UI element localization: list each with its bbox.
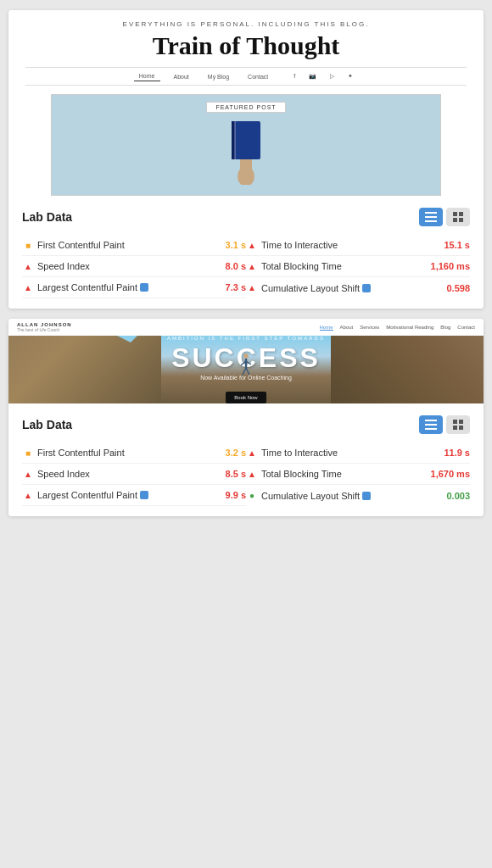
metric-icon-lcp: ▲ — [22, 283, 34, 292]
site1-lab-data: Lab Data — [8, 196, 484, 309]
metric-tti: ▲ Time to Interactive 15.1 s — [246, 235, 470, 256]
metric-lcp: ▲ Largest Contentful Paint 7.3 s — [22, 277, 246, 298]
metrics-grid-2: ■ First Contentful Paint 3.2 s ▲ Time to… — [22, 442, 470, 506]
metric-label-cls: Cumulative Layout Shift — [261, 283, 443, 293]
metric-value-cls: 0.598 — [446, 283, 470, 293]
svg-rect-3 — [232, 121, 235, 159]
metric-tbt: ▲ Total Blocking Time 1,160 ms — [246, 256, 470, 277]
metric2-icon-tti: ▲ — [246, 448, 258, 458]
metric-label-tti: Time to Interactive — [261, 240, 440, 250]
nav2-reading[interactable]: Motivational Reading — [386, 325, 433, 331]
metric2-value-si: 8.5 s — [226, 469, 246, 479]
metric2-value-cls: 0.003 — [446, 491, 470, 501]
metric-label-fcp: First Contentful Paint — [37, 240, 222, 250]
svg-rect-21 — [453, 420, 457, 424]
nav2-home[interactable]: Home — [320, 325, 333, 331]
cliff-right — [331, 336, 484, 403]
svg-rect-10 — [453, 218, 457, 222]
social-pin[interactable]: ✦ — [343, 71, 358, 81]
grid-icon-2 — [453, 420, 463, 430]
metric2-label-tbt: Total Blocking Time — [261, 469, 428, 479]
metric-fcp: ■ First Contentful Paint 3.1 s — [22, 235, 246, 256]
grid-view-btn-2[interactable] — [446, 415, 470, 434]
metric-value-si: 8.0 s — [226, 261, 246, 271]
grid-view-btn[interactable] — [446, 208, 470, 226]
cls2-info-icon — [362, 492, 371, 500]
nav2-about[interactable]: About — [340, 325, 354, 331]
lab-data-header: Lab Data — [22, 208, 470, 226]
svg-rect-20 — [425, 428, 437, 430]
social-links: f 📷 ▷ ✦ — [288, 71, 358, 81]
nav-myblog[interactable]: My Blog — [203, 72, 234, 81]
featured-post-label: FEATURED POST — [206, 102, 285, 113]
site1-nav: Home About My Blog Contact f 📷 ▷ ✦ — [25, 67, 467, 86]
metric2-label-si: Speed Index — [37, 469, 222, 479]
cliff-left — [8, 336, 161, 403]
nav-contact[interactable]: Contact — [243, 72, 273, 81]
metric2-cls: ● Cumulative Layout Shift 0.003 — [246, 485, 470, 506]
site1-title: Train of Thought — [25, 31, 467, 60]
nav-about[interactable]: About — [169, 72, 194, 81]
nav-home[interactable]: Home — [134, 71, 160, 81]
svg-rect-5 — [425, 212, 437, 214]
site1-preview: EVERYTHING IS PERSONAL. INCLUDING THIS B… — [8, 10, 484, 196]
svg-rect-7 — [425, 220, 437, 222]
svg-rect-18 — [425, 420, 437, 421]
metric2-icon-tbt: ▲ — [246, 470, 258, 479]
metric2-lcp: ▲ Largest Contentful Paint 9.9 s — [22, 485, 246, 506]
site1-featured-image: FEATURED POST — [51, 94, 441, 196]
svg-rect-6 — [425, 216, 437, 218]
book-hand-illustration — [216, 113, 276, 185]
metric-si: ▲ Speed Index 8.0 s — [22, 256, 246, 277]
lab-data-title-2: Lab Data — [22, 418, 72, 431]
metric-cls: ▲ Cumulative Layout Shift 0.598 — [246, 277, 470, 298]
lab-data-view-toggle-2[interactable] — [419, 415, 470, 434]
metric-icon-si: ▲ — [22, 262, 34, 271]
hero-subtitle: AMBITION IS THE FIRST STEP TOWARDS — [167, 336, 325, 341]
metric-label-tbt: Total Blocking Time — [261, 261, 428, 271]
site2-nav-bar: ALLAN JOHNSON The best of Life Coach Hom… — [8, 319, 484, 336]
metric2-value-lcp: 9.9 s — [226, 490, 246, 500]
svg-rect-11 — [459, 218, 463, 222]
site2-nav-links: Home About Services Motivational Reading… — [320, 325, 475, 331]
nav2-services[interactable]: Services — [360, 325, 379, 331]
lab-data-title: Lab Data — [22, 210, 72, 224]
nav2-blog[interactable]: Blog — [440, 325, 450, 331]
metric-icon-tti: ▲ — [246, 241, 258, 250]
metric2-icon-lcp: ▲ — [22, 491, 34, 500]
lab-data-view-toggle[interactable] — [419, 208, 470, 226]
metric2-icon-fcp: ■ — [22, 448, 34, 458]
svg-rect-8 — [453, 212, 457, 216]
svg-rect-24 — [459, 426, 463, 430]
social-tw[interactable]: ▷ — [325, 71, 339, 81]
svg-line-17 — [246, 368, 249, 375]
social-ig[interactable]: 📷 — [304, 71, 321, 81]
metric2-tbt: ▲ Total Blocking Time 1,670 ms — [246, 464, 470, 485]
site2-card: ALLAN JOHNSON The best of Life Coach Hom… — [8, 319, 484, 516]
lcp2-info-icon — [140, 491, 148, 499]
metric2-tti: ▲ Time to Interactive 11.9 s — [246, 442, 470, 464]
list-view-btn[interactable] — [419, 208, 443, 226]
brand-tagline: The best of Life Coach — [17, 327, 72, 332]
metric2-value-fcp: 3.2 s — [226, 448, 246, 458]
site1-tagline: EVERYTHING IS PERSONAL. INCLUDING THIS B… — [25, 20, 467, 28]
metrics-grid: ■ First Contentful Paint 3.1 s ▲ Time to… — [22, 235, 470, 298]
metric-icon-tbt: ▲ — [246, 262, 258, 271]
lab-data-header-2: Lab Data — [22, 415, 470, 434]
lcp-info-icon — [140, 283, 148, 292]
svg-rect-22 — [459, 420, 463, 424]
hero-cta-button[interactable]: Book Now — [226, 392, 266, 403]
climber-figure — [238, 353, 254, 378]
metric-icon-cls: ▲ — [246, 283, 258, 292]
svg-point-12 — [243, 353, 249, 359]
site2-hero: AMBITION IS THE FIRST STEP TOWARDS SUCCE… — [8, 336, 484, 403]
list-view-btn-2[interactable] — [419, 415, 443, 434]
metric2-value-tbt: 1,670 ms — [431, 469, 470, 479]
social-fb[interactable]: f — [288, 71, 300, 81]
nav2-contact[interactable]: Contact — [457, 325, 475, 331]
metric2-si: ▲ Speed Index 8.5 s — [22, 464, 246, 485]
site2-lab-data: Lab Data — [8, 403, 484, 516]
site2-brand: ALLAN JOHNSON The best of Life Coach — [17, 322, 72, 332]
metric-value-tbt: 1,160 ms — [431, 261, 470, 271]
site1-card: EVERYTHING IS PERSONAL. INCLUDING THIS B… — [8, 10, 484, 309]
